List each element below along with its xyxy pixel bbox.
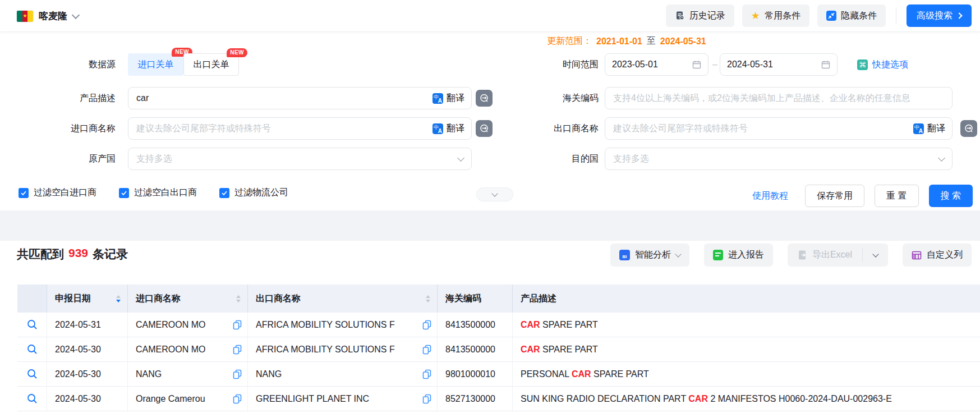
tutorial-link[interactable]: 使用教程 [752, 190, 788, 202]
export-excel-button[interactable]: 导出Excel [788, 244, 862, 267]
copy-icon[interactable] [422, 320, 431, 330]
header-hs-code: 海关编码 [438, 284, 513, 313]
summary-prefix: 共匹配到 [17, 246, 64, 262]
country-selector[interactable]: ★ 喀麦隆 [17, 0, 79, 32]
magnifier-icon[interactable] [27, 369, 38, 379]
dest-country-select[interactable]: 支持多选 [605, 148, 953, 170]
filter-logistics-checkbox[interactable]: 过滤物流公司 [219, 187, 288, 199]
header-importer: 进口商名称 [128, 284, 248, 313]
topbar-actions: 历史记录 ★ 常用条件 隐藏条件 高级搜索 [666, 4, 972, 27]
copy-icon[interactable] [422, 369, 431, 379]
copy-icon[interactable] [422, 394, 431, 404]
section-divider [0, 210, 980, 241]
history-button[interactable]: 历史记录 [666, 4, 734, 27]
smart-analysis-button[interactable]: BI 智能分析 [610, 244, 689, 267]
fuzzy-match-toggle[interactable] [476, 120, 493, 137]
form-actions: 使用教程 保存常用 重 置 搜 索 [752, 185, 973, 207]
results-toolbar: BI 智能分析 进入报告 导出Excel [610, 244, 972, 267]
hs-code-input[interactable] [605, 88, 952, 109]
date-separator: – [712, 53, 717, 76]
product-desc-cell: SUN KING RADIO DECLARATION PART CAR 2 MA… [513, 387, 980, 411]
table-row: 2024-05-30 CAMEROON MO AFRICA MOBILITY S… [17, 337, 980, 362]
translate-label: 翻译 [447, 123, 464, 135]
exporter-cell: AFRICA MOBILITY SOLUTIONS F [248, 337, 438, 362]
data-source-label: 数据源 [15, 53, 116, 76]
sort-control[interactable] [116, 295, 121, 302]
history-label: 历史记录 [689, 10, 725, 22]
filter-checkboxes: 过滤空白进口商 过滤空白出口商 过滤物流公司 [19, 187, 288, 199]
copy-icon[interactable] [233, 394, 242, 404]
match-mode-icon [479, 123, 489, 134]
calendar-icon [692, 60, 701, 69]
update-range-label: 更新范围： [547, 35, 592, 47]
start-date-input[interactable]: 2023-05-01 [605, 53, 708, 76]
importer-cell: CAMEROON MO [128, 313, 248, 337]
end-date-input[interactable]: 2024-05-31 [720, 53, 838, 76]
save-common-button[interactable]: 保存常用 [805, 185, 864, 207]
hide-conditions-button[interactable]: 隐藏条件 [817, 4, 886, 27]
sort-control[interactable] [236, 295, 241, 302]
data-source-tabs: 进口关单 NEW 出口关单 NEW [128, 53, 239, 76]
new-badge: NEW [227, 48, 247, 57]
header-importer-label: 进口商名称 [136, 293, 181, 305]
product-desc-input[interactable] [128, 88, 433, 109]
product-desc-cell: CAR SPARE PART [513, 313, 980, 337]
match-mode-icon [479, 93, 489, 103]
search-button[interactable]: 搜 索 [929, 185, 973, 207]
summary-suffix: 条记录 [93, 246, 128, 262]
hs-code-field [605, 87, 953, 109]
copy-icon[interactable] [233, 345, 242, 355]
header-hs-label: 海关编码 [445, 293, 481, 305]
magnifier-icon[interactable] [27, 393, 38, 404]
header-date: 申报日期 [47, 284, 128, 313]
country-name: 喀麦隆 [39, 10, 67, 22]
magnifier-icon[interactable] [27, 319, 38, 330]
date-cell: 2024-05-30 [47, 362, 128, 387]
origin-placeholder: 支持多选 [136, 153, 172, 165]
exporter-input[interactable] [605, 118, 913, 139]
export-excel-label: 导出Excel [812, 249, 852, 261]
calendar-icon [821, 60, 830, 69]
exporter-cell: AFRICA MOBILITY SOLUTIONS F [248, 313, 438, 337]
copy-icon[interactable] [422, 345, 431, 355]
tab-export-declaration[interactable]: 出口关单 NEW [183, 53, 239, 76]
copy-icon[interactable] [233, 369, 242, 379]
time-range-label: 时间范围 [498, 53, 599, 76]
fuzzy-match-toggle[interactable] [476, 90, 493, 107]
filter-blank-importer-checkbox[interactable]: 过滤空白进口商 [19, 187, 96, 199]
expand-conditions-button[interactable] [476, 187, 513, 201]
advanced-search-button[interactable]: 高级搜索 [907, 4, 972, 27]
divider [896, 8, 896, 24]
origin-country-select[interactable]: 支持多选 [128, 148, 472, 170]
bi-analysis-icon: BI [619, 250, 630, 260]
detail-cell [17, 362, 47, 387]
quick-options-link[interactable]: ⌘ 快捷选项 [857, 59, 908, 71]
search-label: 搜 索 [941, 190, 961, 202]
copy-icon[interactable] [233, 320, 242, 330]
importer-input[interactable] [128, 118, 433, 139]
chevron-down-icon [675, 251, 681, 257]
detail-cell [17, 387, 47, 411]
reset-button[interactable]: 重 置 [875, 185, 918, 207]
fuzzy-match-toggle[interactable] [960, 120, 977, 137]
favorites-button[interactable]: ★ 常用条件 [742, 4, 809, 27]
sort-control[interactable] [426, 295, 430, 302]
translate-button[interactable]: 中A 翻译 [913, 123, 945, 135]
magnifier-icon[interactable] [27, 344, 38, 355]
custom-columns-button[interactable]: 自定义列 [903, 244, 972, 267]
filter-blank-exporter-checkbox[interactable]: 过滤空白出口商 [119, 187, 197, 199]
translate-button[interactable]: 中A 翻译 [433, 123, 464, 135]
enter-report-button[interactable]: 进入报告 [704, 244, 773, 267]
checkbox-checked-icon [119, 188, 129, 198]
tab-import-declaration[interactable]: 进口关单 NEW [128, 53, 183, 76]
export-options-button[interactable] [863, 244, 888, 267]
translate-button[interactable]: 中A 翻译 [433, 93, 464, 104]
dest-placeholder: 支持多选 [613, 153, 649, 165]
exporter-label: 出口商名称 [498, 117, 599, 140]
importer-field: 中A 翻译 [128, 117, 472, 140]
date-cell: 2024-05-31 [47, 313, 128, 337]
date-cell: 2024-05-30 [47, 387, 128, 411]
smart-analysis-label: 智能分析 [635, 249, 671, 261]
collapse-icon [826, 11, 836, 21]
history-icon [675, 11, 685, 21]
